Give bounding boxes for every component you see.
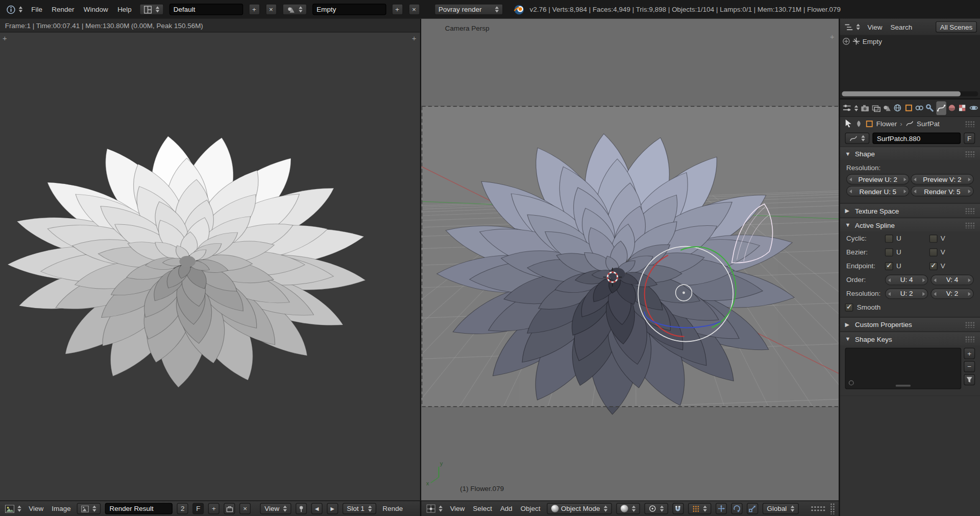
viewport-shading-dropdown[interactable] xyxy=(616,503,640,514)
pack-image-button[interactable] xyxy=(224,503,235,514)
menu-view[interactable]: View xyxy=(448,505,467,512)
cyclic-u-checkbox[interactable] xyxy=(885,234,893,243)
editor-type-3dview-button[interactable] xyxy=(425,504,444,513)
editor-type-outliner-button[interactable] xyxy=(843,23,862,31)
tab-scene[interactable] xyxy=(881,101,892,115)
delete-scene-button[interactable]: × xyxy=(408,4,420,15)
add-screen-layout-button[interactable]: + xyxy=(249,4,260,15)
tab-material[interactable] xyxy=(947,101,957,115)
scene-field[interactable]: Empty xyxy=(312,4,386,15)
menu-select[interactable]: Select xyxy=(471,505,494,512)
preview-v-field[interactable]: Preview V: 2 xyxy=(911,174,974,184)
tab-render[interactable] xyxy=(860,101,870,115)
tab-texture[interactable] xyxy=(958,101,968,115)
add-shape-key-button[interactable]: + xyxy=(964,348,975,359)
mode-dropdown[interactable]: Object Mode xyxy=(547,503,612,514)
menu-view[interactable]: View xyxy=(27,505,45,512)
endpoint-u-checkbox[interactable] xyxy=(885,262,893,270)
datablock-name-field[interactable]: SurfPatch.880 xyxy=(872,133,961,144)
header-drag-grip[interactable] xyxy=(830,503,835,514)
image-name-field[interactable]: Render Result xyxy=(105,503,173,514)
render-v-field[interactable]: Render V: 5 xyxy=(911,186,974,197)
new-image-button[interactable]: + xyxy=(208,503,219,514)
breadcrumb-object[interactable]: Flower xyxy=(876,120,897,127)
shape-key-specials-button[interactable] xyxy=(964,374,975,385)
preview-u-field[interactable]: Preview U: 2 xyxy=(846,174,910,184)
tab-render-layers[interactable] xyxy=(871,101,881,115)
datablock-browse-button[interactable] xyxy=(845,133,870,144)
resolution-v-field[interactable]: V: 2 xyxy=(930,288,973,299)
editor-type-info-button[interactable] xyxy=(5,5,24,14)
image-users-button[interactable]: 2 xyxy=(177,503,188,514)
manipulator-rotate-button[interactable] xyxy=(731,503,743,514)
shape-keys-list[interactable] xyxy=(845,348,962,389)
outliner-scrollbar[interactable] xyxy=(842,91,978,97)
delete-screen-layout-button[interactable]: × xyxy=(265,4,277,15)
region-expand-icon[interactable]: + xyxy=(830,34,835,40)
scrollbar-thumb[interactable] xyxy=(842,91,960,97)
manipulator-translate-button[interactable] xyxy=(716,503,727,514)
screen-layout-field[interactable]: Default xyxy=(169,4,242,15)
display-channels-dropdown[interactable]: View xyxy=(260,503,291,514)
layers-widget[interactable] xyxy=(811,505,825,512)
transform-orientation-dropdown[interactable]: Global xyxy=(763,503,799,514)
menu-help[interactable]: Help xyxy=(115,6,133,13)
tab-world[interactable] xyxy=(893,101,903,115)
menu-image[interactable]: Image xyxy=(50,505,73,512)
snap-element-dropdown[interactable] xyxy=(688,503,711,514)
next-slot-button[interactable]: ▶ xyxy=(327,503,338,514)
screen-layout-browse-button[interactable] xyxy=(139,4,164,15)
editor-type-properties-button[interactable] xyxy=(841,104,860,112)
fake-user-button[interactable]: F xyxy=(964,133,975,144)
remove-shape-key-button[interactable]: − xyxy=(964,361,975,372)
order-v-field[interactable]: V: 4 xyxy=(930,274,973,285)
cyclic-v-checkbox[interactable] xyxy=(929,234,938,243)
unlink-image-button[interactable]: × xyxy=(239,503,251,514)
editor-type-image-button[interactable] xyxy=(4,505,22,513)
pin-button[interactable] xyxy=(296,503,307,514)
tab-object-data[interactable] xyxy=(936,101,946,115)
tab-physics[interactable] xyxy=(968,101,978,115)
menu-add[interactable]: Add xyxy=(498,505,514,512)
panel-shape-keys-header[interactable]: ▼ Shape Keys xyxy=(840,332,980,345)
menu-render[interactable]: Render xyxy=(50,6,77,13)
tab-object[interactable] xyxy=(903,101,914,115)
tab-modifiers[interactable] xyxy=(925,101,935,115)
breadcrumb-data[interactable]: SurfPat xyxy=(917,120,940,127)
list-resize-grip[interactable] xyxy=(896,385,911,387)
panel-shape-header[interactable]: ▼ Shape xyxy=(840,147,980,160)
previous-slot-button[interactable]: ◀ xyxy=(311,503,323,514)
bezier-v-checkbox[interactable] xyxy=(929,248,938,256)
pivot-point-dropdown[interactable] xyxy=(644,503,668,514)
region-expand-icon[interactable]: + xyxy=(412,35,416,41)
menu-view[interactable]: View xyxy=(866,23,884,31)
panel-texture-space-header[interactable]: ▶ Texture Space xyxy=(840,204,980,217)
add-scene-button[interactable]: + xyxy=(391,4,403,15)
menu-object[interactable]: Object xyxy=(519,505,542,512)
panel-custom-properties-header[interactable]: ▶ Custom Properties xyxy=(840,318,980,331)
panel-active-spline-header[interactable]: ▼ Active Spline xyxy=(840,218,980,231)
render-engine-value: Povray render xyxy=(438,6,482,13)
bezier-u-checkbox[interactable] xyxy=(885,248,893,256)
menu-window[interactable]: Window xyxy=(82,6,110,13)
region-expand-icon[interactable]: + xyxy=(3,35,7,41)
image-editor: + + xyxy=(0,33,420,501)
manipulator-scale-button[interactable] xyxy=(747,503,758,514)
scene-browse-button[interactable] xyxy=(282,4,307,15)
order-u-field[interactable]: U: 4 xyxy=(885,274,928,285)
tab-constraints[interactable] xyxy=(914,101,924,115)
render-u-field[interactable]: Render U: 5 xyxy=(846,186,910,197)
resolution-u-field[interactable]: U: 2 xyxy=(885,288,928,299)
endpoint-v-checkbox[interactable] xyxy=(929,262,938,270)
smooth-checkbox[interactable] xyxy=(845,303,853,311)
clipped-render-dropdown[interactable]: Rende xyxy=(381,505,405,512)
menu-file[interactable]: File xyxy=(30,6,44,13)
fake-user-button[interactable]: F xyxy=(192,503,204,514)
outliner-display-dropdown[interactable]: All Scenes xyxy=(936,21,977,33)
render-engine-dropdown[interactable]: Povray render xyxy=(434,4,503,15)
image-browse-button[interactable] xyxy=(77,503,101,514)
outliner-item-empty[interactable]: Empty xyxy=(840,35,980,48)
slot-dropdown[interactable]: Slot 1 xyxy=(342,503,376,514)
snap-toggle-button[interactable] xyxy=(673,503,684,514)
menu-search[interactable]: Search xyxy=(889,23,914,31)
